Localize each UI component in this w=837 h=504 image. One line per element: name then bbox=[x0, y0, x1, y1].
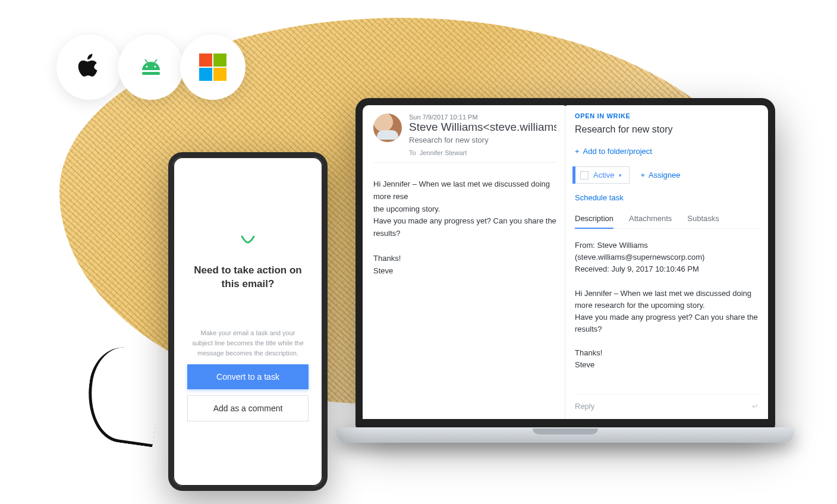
android-chip bbox=[118, 34, 184, 100]
svg-line-2 bbox=[145, 59, 147, 62]
laptop-mock: Sun 7/9/2017 10:11 PM Steve Williams<ste… bbox=[336, 98, 794, 478]
svg-line-3 bbox=[155, 59, 157, 62]
svg-point-1 bbox=[154, 65, 156, 67]
add-as-comment-button[interactable]: Add as a comment bbox=[187, 395, 309, 421]
convert-to-task-button[interactable]: Convert to a task bbox=[187, 364, 309, 389]
prompt-subtitle: Make your email a task and your subject … bbox=[191, 328, 305, 358]
tab-subtasks[interactable]: Subtasks bbox=[687, 210, 719, 228]
laptop-notch bbox=[533, 429, 598, 434]
plus-icon: + bbox=[575, 147, 580, 156]
platform-icons bbox=[56, 34, 242, 100]
open-in-wrike-link[interactable]: OPEN IN WRIKE bbox=[575, 112, 759, 119]
svg-point-0 bbox=[146, 65, 147, 67]
email-to: To Jennifer Stewart bbox=[409, 149, 556, 156]
apple-chip bbox=[56, 34, 122, 100]
tab-description[interactable]: Description bbox=[575, 210, 613, 229]
checkbox-icon bbox=[580, 171, 589, 179]
plus-icon: + bbox=[640, 171, 645, 179]
schedule-task-button[interactable]: Schedule task bbox=[575, 193, 759, 202]
phone-mock: Need to take action on this email? Make … bbox=[168, 152, 328, 491]
status-dropdown[interactable]: Active▾ bbox=[575, 166, 630, 184]
android-icon bbox=[136, 52, 166, 82]
task-title: Research for new story bbox=[575, 124, 759, 135]
email-panel: Sun 7/9/2017 10:11 PM Steve Williams<ste… bbox=[363, 105, 565, 419]
decorative-arc bbox=[81, 343, 165, 447]
svg-rect-4 bbox=[142, 72, 160, 75]
caret-down-icon: ▾ bbox=[619, 172, 622, 178]
camera-dot bbox=[563, 101, 568, 106]
add-to-folder-button[interactable]: +Add to folder/project bbox=[575, 147, 759, 156]
laptop-screen: Sun 7/9/2017 10:11 PM Steve Williams<ste… bbox=[355, 98, 775, 430]
apple-icon bbox=[76, 52, 102, 83]
wrike-panel: OPEN IN WRIKE Research for new story +Ad… bbox=[565, 105, 768, 419]
email-date: Sun 7/9/2017 10:11 PM bbox=[409, 114, 556, 121]
microsoft-icon bbox=[199, 53, 226, 81]
reply-input[interactable]: Reply bbox=[575, 402, 594, 411]
enter-icon: ↵ bbox=[752, 402, 759, 411]
tab-attachments[interactable]: Attachments bbox=[629, 210, 672, 228]
prompt-title: Need to take action on this email? bbox=[193, 264, 303, 291]
email-from: Steve Williams<steve.williams bbox=[409, 121, 556, 134]
add-assignee-button[interactable]: +Assignee bbox=[640, 171, 680, 179]
email-body: Hi Jennifer – When we last met we discus… bbox=[373, 178, 556, 277]
sender-avatar bbox=[373, 114, 402, 142]
laptop-base bbox=[336, 427, 794, 443]
microsoft-chip bbox=[180, 34, 246, 100]
task-tabs: Description Attachments Subtasks bbox=[575, 210, 759, 229]
wrike-logo-icon bbox=[187, 234, 309, 250]
task-description: From: Steve Williams (steve.williams@sup… bbox=[575, 240, 759, 394]
email-subject: Research for new story bbox=[409, 136, 556, 144]
